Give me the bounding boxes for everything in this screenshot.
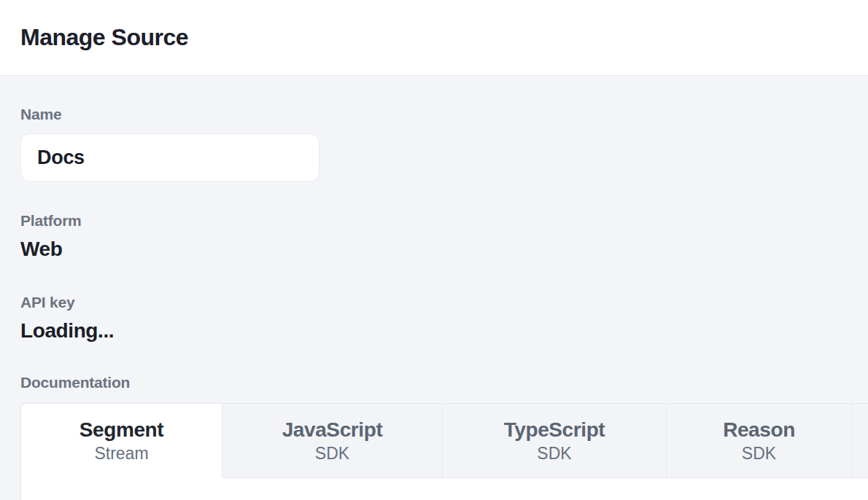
page-title: Manage Source xyxy=(20,24,188,51)
tab-title: Reason xyxy=(723,418,795,442)
platform-label: Platform xyxy=(20,211,868,230)
tab-segment-stream[interactable]: Segment Stream xyxy=(21,404,222,478)
documentation-tabs: Segment Stream JavaScript SDK TypeScript… xyxy=(20,403,868,478)
tab-javascript-sdk[interactable]: JavaScript SDK xyxy=(222,404,443,478)
tab-title: TypeScript xyxy=(504,418,605,442)
page-body: Name Platform Web API key Loading... Doc… xyxy=(0,105,868,500)
api-key-value: Loading... xyxy=(20,318,868,344)
documentation-label: Documentation xyxy=(20,373,868,392)
name-input[interactable] xyxy=(20,133,319,181)
tab-typescript-sdk[interactable]: TypeScript SDK xyxy=(443,404,667,478)
page-header: Manage Source xyxy=(0,0,868,76)
tab-reason-sdk[interactable]: Reason SDK xyxy=(667,404,852,478)
tab-title: Segment xyxy=(80,418,163,442)
tab-subtitle: SDK xyxy=(742,443,776,464)
tab-subtitle: SDK xyxy=(537,443,571,464)
name-label: Name xyxy=(20,105,868,124)
api-key-label: API key xyxy=(20,293,868,312)
tab-partial-cutoff[interactable] xyxy=(852,404,868,478)
platform-value: Web xyxy=(20,236,868,262)
tab-subtitle: Stream xyxy=(94,443,148,464)
tab-content-panel xyxy=(20,478,868,500)
tab-subtitle: SDK xyxy=(315,443,349,464)
tab-title: JavaScript xyxy=(282,418,383,442)
